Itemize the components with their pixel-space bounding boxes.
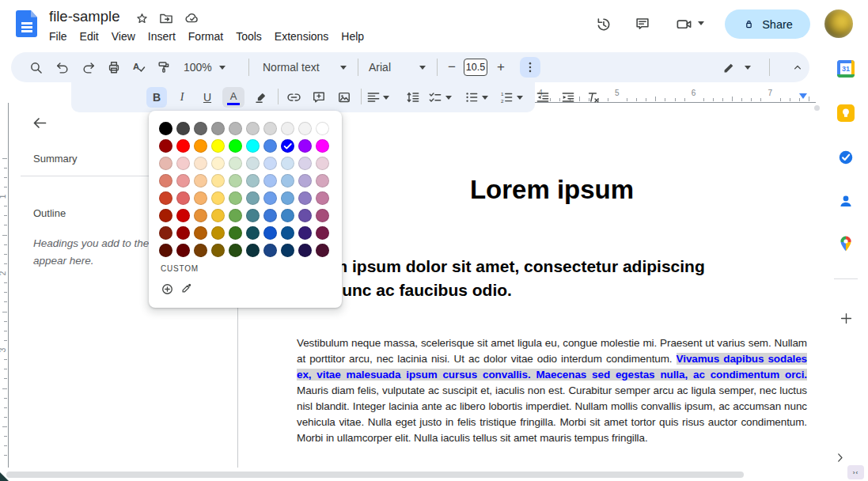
color-swatch[interactable] xyxy=(211,226,225,240)
hide-menus-button[interactable] xyxy=(787,56,809,78)
undo-button[interactable] xyxy=(51,56,74,78)
color-swatch[interactable] xyxy=(316,244,329,257)
color-swatch[interactable] xyxy=(159,174,172,187)
font-size-field[interactable]: 10.5 xyxy=(464,59,487,76)
color-swatch[interactable] xyxy=(194,226,207,240)
color-swatch[interactable] xyxy=(176,122,190,135)
clear-formatting-button[interactable] xyxy=(583,87,604,108)
color-swatch[interactable] xyxy=(246,209,260,222)
color-swatch[interactable] xyxy=(316,226,329,240)
color-swatch[interactable] xyxy=(194,157,207,170)
add-custom-color-button[interactable] xyxy=(157,279,176,298)
numbered-list-button[interactable]: 12 xyxy=(498,87,530,108)
bold-button[interactable]: B xyxy=(146,87,167,108)
document-status-cloud-icon[interactable] xyxy=(183,9,202,27)
color-swatch[interactable] xyxy=(316,157,329,170)
decrease-indent-button[interactable] xyxy=(533,87,553,108)
color-swatch[interactable] xyxy=(263,174,277,187)
color-swatch[interactable] xyxy=(229,226,242,240)
font-family-control[interactable]: Arial xyxy=(369,59,426,76)
paragraph-style-control[interactable]: Normal text xyxy=(263,59,347,76)
color-swatch[interactable] xyxy=(159,226,172,240)
color-swatch[interactable] xyxy=(263,244,277,257)
menu-extensions[interactable]: Extensions xyxy=(268,28,335,44)
close-outline-button[interactable] xyxy=(28,112,51,134)
color-swatch[interactable] xyxy=(176,244,190,257)
docs-logo[interactable] xyxy=(16,10,37,37)
color-swatch[interactable] xyxy=(194,174,207,187)
menu-format[interactable]: Format xyxy=(182,28,229,44)
zoom-control[interactable]: 100% xyxy=(184,59,226,76)
color-swatch[interactable] xyxy=(246,139,260,153)
color-swatch[interactable] xyxy=(263,226,277,240)
get-add-ons-button[interactable] xyxy=(832,304,860,332)
color-swatch[interactable] xyxy=(263,191,277,205)
menu-tools[interactable]: Tools xyxy=(229,28,268,44)
menu-edit[interactable]: Edit xyxy=(74,28,105,44)
increase-font-size-button[interactable]: + xyxy=(491,56,511,78)
color-swatch[interactable] xyxy=(194,139,207,153)
maps-app-icon[interactable] xyxy=(832,229,860,258)
insert-image-button[interactable] xyxy=(334,87,354,108)
menu-help[interactable]: Help xyxy=(335,28,370,44)
doc-title[interactable]: file-sample xyxy=(49,8,119,25)
color-swatch[interactable] xyxy=(298,174,312,187)
color-swatch[interactable] xyxy=(263,139,277,153)
paint-format-button[interactable] xyxy=(153,56,175,78)
color-swatch[interactable] xyxy=(211,191,225,205)
editing-mode-control[interactable] xyxy=(722,56,751,78)
align-button[interactable] xyxy=(366,87,394,108)
color-swatch[interactable] xyxy=(159,244,172,257)
color-swatch[interactable] xyxy=(229,191,242,205)
video-call-caret-icon[interactable] xyxy=(698,21,704,25)
doc-scrollbar-dot[interactable] xyxy=(814,105,820,111)
move-to-folder-icon[interactable] xyxy=(157,9,175,27)
print-button[interactable] xyxy=(103,56,125,78)
color-swatch[interactable] xyxy=(281,191,294,205)
color-swatch[interactable] xyxy=(176,226,190,240)
tasks-app-icon[interactable] xyxy=(832,143,860,172)
keep-app-icon[interactable] xyxy=(832,99,860,127)
color-swatch[interactable] xyxy=(176,174,190,187)
color-swatch[interactable] xyxy=(281,174,294,187)
color-swatch[interactable] xyxy=(229,122,242,135)
color-swatch[interactable] xyxy=(211,244,225,257)
insert-link-button[interactable] xyxy=(283,87,304,108)
color-swatch[interactable] xyxy=(159,157,172,170)
contacts-app-icon[interactable] xyxy=(832,187,860,215)
color-swatch[interactable] xyxy=(246,122,260,135)
share-button[interactable]: Share xyxy=(725,9,810,39)
color-swatch[interactable] xyxy=(159,209,172,222)
decrease-font-size-button[interactable]: − xyxy=(442,56,462,78)
color-swatch[interactable] xyxy=(211,139,225,153)
color-swatch[interactable] xyxy=(263,209,277,222)
color-swatch[interactable] xyxy=(176,157,190,170)
video-call-button[interactable] xyxy=(673,13,695,35)
color-swatch[interactable] xyxy=(316,191,329,205)
color-swatch[interactable] xyxy=(229,139,242,153)
horizontal-scrollbar[interactable] xyxy=(6,472,744,478)
color-swatch[interactable] xyxy=(263,157,277,170)
line-spacing-button[interactable] xyxy=(403,87,423,108)
color-swatch[interactable] xyxy=(316,122,329,135)
color-swatch[interactable] xyxy=(246,174,260,187)
color-swatch[interactable] xyxy=(194,244,207,257)
star-icon[interactable] xyxy=(133,9,150,27)
version-history-button[interactable] xyxy=(592,13,614,35)
underline-button[interactable]: U xyxy=(197,87,218,108)
more-options-button[interactable] xyxy=(520,57,540,78)
color-swatch[interactable] xyxy=(159,191,172,205)
color-swatch[interactable] xyxy=(298,157,312,170)
color-swatch[interactable] xyxy=(229,174,242,187)
color-swatch[interactable] xyxy=(229,157,242,170)
add-comment-button[interactable] xyxy=(309,87,329,108)
color-swatch[interactable] xyxy=(194,191,207,205)
color-swatch[interactable] xyxy=(281,209,294,222)
document-heading[interactable]: Lorem ipsum xyxy=(297,175,807,205)
color-swatch[interactable] xyxy=(298,244,312,257)
capture-widget[interactable]: ›‹ xyxy=(847,465,864,479)
text-color-button[interactable]: A xyxy=(222,87,244,108)
color-swatch[interactable] xyxy=(298,226,312,240)
color-swatch[interactable] xyxy=(298,139,312,153)
color-swatch[interactable] xyxy=(298,122,312,135)
